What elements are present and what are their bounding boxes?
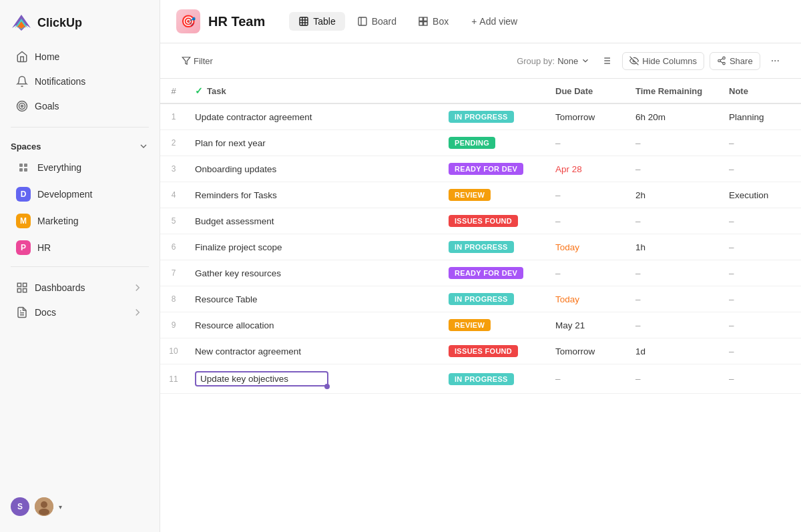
task-cell[interactable]: Resource allocation (187, 312, 441, 338)
due-date-cell: May 21 (547, 312, 627, 338)
more-options-button[interactable]: ··· (766, 51, 785, 70)
time-remaining-cell: – (627, 286, 721, 312)
table-row[interactable]: 4 Reminders for Tasks REVIEW – 2h Execut… (160, 182, 801, 208)
table-row[interactable]: 9 Resource allocation REVIEW May 21 – – (160, 312, 801, 338)
task-cell[interactable]: New contractor agreement (187, 338, 441, 364)
table-row[interactable]: 6 Finalize project scope IN PROGRESS Tod… (160, 234, 801, 260)
user-footer[interactable]: S ▾ (0, 489, 160, 524)
sort-button[interactable] (595, 50, 617, 71)
docs-icon (16, 306, 28, 318)
col-due-date: Due Date (547, 79, 627, 103)
filter-button[interactable]: Filter (176, 53, 218, 69)
divider-2 (11, 266, 149, 267)
task-cell[interactable]: Budget assessment (187, 208, 441, 234)
box-icon (418, 16, 429, 27)
bell-icon (16, 75, 28, 87)
col-num: # (160, 79, 187, 103)
task-name: Update contractor agreement (195, 112, 312, 122)
row-num: 9 (160, 312, 187, 338)
group-by-selector[interactable]: Group by: None (517, 56, 590, 66)
svg-point-14 (39, 509, 49, 515)
svg-rect-8 (23, 289, 27, 292)
board-icon (357, 16, 368, 27)
home-icon (16, 51, 28, 63)
sidebar-item-goals[interactable]: Goals (5, 94, 154, 118)
svg-rect-24 (419, 22, 423, 25)
row-num: 7 (160, 260, 187, 286)
marketing-badge: M (16, 214, 31, 228)
table-row[interactable]: 8 Resource Table IN PROGRESS Today – – (160, 286, 801, 312)
task-name: Onboarding updates (195, 164, 276, 174)
table-row[interactable]: 10 New contractor agreement ISSUES FOUND… (160, 338, 801, 364)
task-cell[interactable]: Reminders for Tasks (187, 182, 441, 208)
time-remaining-cell: 1h (627, 234, 721, 260)
table-row[interactable]: 11 Update key objectives IN PROGRESS – –… (160, 364, 801, 394)
hr-badge: P (16, 240, 31, 255)
share-label: Share (730, 56, 753, 66)
clickup-logo-icon (11, 12, 32, 33)
task-cell[interactable]: Update key objectives (187, 364, 441, 394)
avatar-s: S (11, 497, 29, 516)
row-num: 8 (160, 286, 187, 312)
sidebar-item-development[interactable]: D Development (5, 182, 154, 207)
task-cell[interactable]: Resource Table (187, 286, 441, 312)
tab-table[interactable]: Table (289, 12, 344, 31)
user-chevron-icon[interactable]: ▾ (59, 503, 62, 511)
svg-rect-23 (424, 17, 427, 21)
task-cell[interactable]: Gather key resources (187, 260, 441, 286)
sidebar-item-docs[interactable]: Docs (5, 300, 154, 324)
logo[interactable]: ClickUp (0, 0, 160, 41)
sort-icon (601, 55, 611, 66)
table-row[interactable]: 3 Onboarding updates READY FOR DEV Apr 2… (160, 156, 801, 182)
sidebar-item-notifications[interactable]: Notifications (5, 69, 154, 93)
due-date-cell: – (547, 364, 627, 394)
due-date-col-label: Due Date (555, 86, 593, 96)
tab-board-label: Board (372, 16, 396, 27)
group-by-label: Group by: (517, 56, 555, 66)
filter-label: Filter (194, 56, 213, 66)
table-row[interactable]: 5 Budget assessment ISSUES FOUND – – – (160, 208, 801, 234)
note-cell: – (721, 234, 801, 260)
status-cell: PENDING (441, 130, 547, 156)
time-remaining-cell: – (627, 156, 721, 182)
divider-1 (11, 127, 149, 127)
note-cell: – (721, 208, 801, 234)
task-cell[interactable]: Finalize project scope (187, 234, 441, 260)
svg-point-35 (718, 59, 721, 62)
time-remaining-cell: – (627, 312, 721, 338)
sidebar-item-home[interactable]: Home (5, 45, 154, 69)
table-row[interactable]: 2 Plan for next year PENDING – – – (160, 130, 801, 156)
add-view-button[interactable]: + Add view (463, 12, 525, 31)
tab-box[interactable]: Box (409, 12, 458, 31)
time-remaining-cell: – (627, 208, 721, 234)
status-cell: ISSUES FOUND (441, 338, 547, 364)
status-badge: ISSUES FOUND (449, 345, 518, 357)
task-cell[interactable]: Plan for next year (187, 130, 441, 156)
status-cell: READY FOR DEV (441, 260, 547, 286)
col-status (441, 79, 547, 103)
dashboards-icon (16, 282, 28, 294)
task-cell[interactable]: Onboarding updates (187, 156, 441, 182)
row-num: 3 (160, 156, 187, 182)
development-label: Development (37, 189, 93, 200)
sidebar-item-hr[interactable]: P HR (5, 235, 154, 260)
note-col-label: Note (729, 86, 748, 96)
status-badge: ISSUES FOUND (449, 215, 518, 227)
share-button[interactable]: Share (710, 52, 760, 70)
table-row[interactable]: 1 Update contractor agreement IN PROGRES… (160, 103, 801, 130)
task-col-label: Task (207, 86, 226, 96)
note-cell: – (721, 312, 801, 338)
tab-board[interactable]: Board (348, 12, 406, 31)
sidebar-item-everything[interactable]: Everything (5, 155, 154, 180)
chevron-down-icon[interactable] (138, 141, 149, 152)
hr-label: HR (37, 242, 51, 253)
docs-arrow-icon (131, 306, 144, 318)
hide-columns-button[interactable]: Hide Columns (622, 52, 704, 70)
task-cell[interactable]: Update contractor agreement (187, 103, 441, 130)
table-row[interactable]: 7 Gather key resources READY FOR DEV – –… (160, 260, 801, 286)
status-badge: PENDING (449, 137, 495, 149)
sidebar-item-dashboards[interactable]: Dashboards (5, 276, 154, 300)
svg-rect-25 (424, 22, 427, 25)
note-cell: – (721, 130, 801, 156)
sidebar-item-marketing[interactable]: M Marketing (5, 208, 154, 234)
